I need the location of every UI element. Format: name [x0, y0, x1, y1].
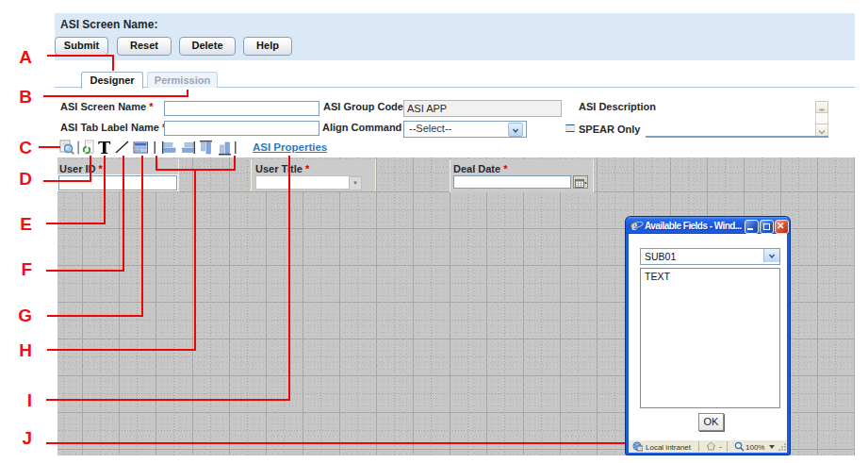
svg-text:e: e — [631, 219, 637, 232]
